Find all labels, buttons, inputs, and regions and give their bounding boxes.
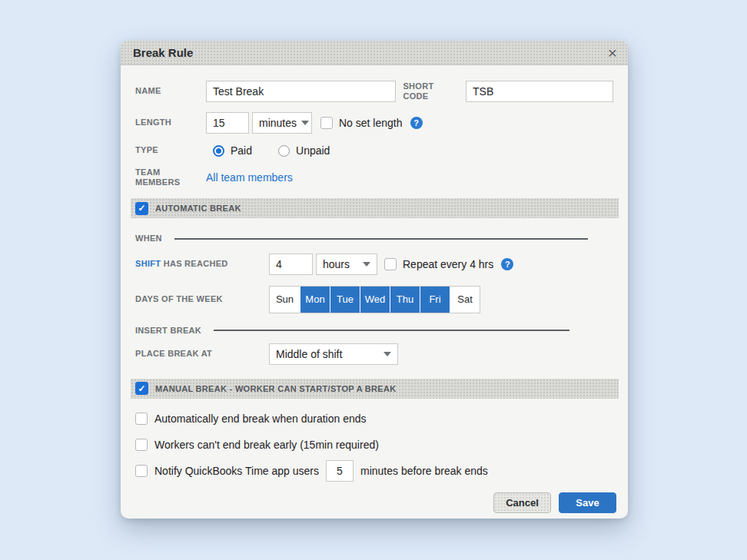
unpaid-radio[interactable] <box>278 145 290 157</box>
no-set-length-checkbox[interactable] <box>320 117 333 129</box>
repeat-checkbox[interactable] <box>384 258 397 270</box>
automatic-break-band: AUTOMATIC BREAK <box>131 198 619 218</box>
name-row: NAME SHORT CODE <box>135 81 613 102</box>
insert-break-divider <box>214 330 569 331</box>
days-of-week-row: DAYS OF THE WEEK Sun Mon Tue Wed Thu Fri… <box>135 286 613 313</box>
shift-label-highlight: SHIFT <box>135 259 161 268</box>
notify-label-prefix: Notify QuickBooks Time app users <box>154 465 319 477</box>
days-of-week-label: DAYS OF THE WEEK <box>135 294 269 304</box>
no-set-length-group: No set length ? <box>320 117 423 129</box>
length-value-input[interactable] <box>206 112 249 134</box>
modal-body: NAME SHORT CODE LENGTH minutes No set le… <box>121 65 628 492</box>
length-unit-select[interactable]: minutes <box>252 112 312 134</box>
chevron-down-icon <box>301 121 309 125</box>
close-icon[interactable]: × <box>608 45 617 61</box>
insert-break-row: INSERT BREAK <box>135 326 613 336</box>
when-row: WHEN <box>135 234 613 244</box>
no-early-end-label: Workers can't end break early (15min req… <box>154 439 379 451</box>
manual-break-label: MANUAL BREAK - WORKER CAN START/STOP A B… <box>155 384 396 393</box>
when-divider <box>174 238 588 240</box>
no-early-end-checkbox[interactable] <box>135 439 148 451</box>
shift-hours-input[interactable] <box>269 253 313 275</box>
shift-unit-value: hours <box>323 258 350 270</box>
name-label: NAME <box>135 86 206 96</box>
help-icon[interactable]: ? <box>501 258 513 270</box>
no-early-end-row: Workers can't end break early (15min req… <box>135 439 613 451</box>
shift-label-rest: HAS REACHED <box>164 259 228 268</box>
type-label: TYPE <box>135 145 206 155</box>
save-button[interactable]: Save <box>559 492 616 513</box>
place-break-at-value: Middle of shift <box>276 348 342 360</box>
day-button-thu[interactable]: Thu <box>390 287 420 313</box>
cancel-button[interactable]: Cancel <box>493 492 551 513</box>
notify-minutes-input[interactable] <box>326 460 354 482</box>
when-label: WHEN <box>135 234 162 244</box>
type-row: TYPE Paid Unpaid <box>135 144 613 157</box>
automatic-break-label: AUTOMATIC BREAK <box>155 204 241 213</box>
all-team-members-link[interactable]: All team members <box>206 171 293 184</box>
unpaid-radio-label: Unpaid <box>296 144 330 157</box>
modal-title: Break Rule <box>133 46 193 59</box>
day-button-sat[interactable]: Sat <box>450 287 480 313</box>
chevron-down-icon <box>363 262 370 267</box>
automatic-break-checkbox[interactable] <box>135 202 148 215</box>
day-button-mon[interactable]: Mon <box>300 287 330 313</box>
break-rule-modal: Break Rule × NAME SHORT CODE LENGTH minu… <box>121 41 628 519</box>
manual-break-checkbox[interactable] <box>135 382 148 395</box>
length-row: LENGTH minutes No set length ? <box>135 112 613 134</box>
shift-has-reached-label: SHIFT HAS REACHED <box>135 259 269 269</box>
paid-radio-label: Paid <box>231 144 252 157</box>
manual-break-band: MANUAL BREAK - WORKER CAN START/STOP A B… <box>131 379 619 399</box>
notify-row: Notify QuickBooks Time app users minutes… <box>135 460 613 482</box>
notify-checkbox[interactable] <box>135 465 148 477</box>
shift-has-reached-row: SHIFT HAS REACHED hours Repeat every 4 h… <box>135 253 613 275</box>
repeat-group: Repeat every 4 hrs ? <box>384 258 513 270</box>
no-set-length-label: No set length <box>339 117 403 129</box>
paid-radio[interactable] <box>213 145 224 157</box>
days-of-week-selector: Sun Mon Tue Wed Thu Fri Sat <box>269 286 480 313</box>
team-members-label: TEAM MEMBERS <box>135 167 206 187</box>
team-members-row: TEAM MEMBERS All team members <box>135 167 613 187</box>
help-icon[interactable]: ? <box>410 117 423 129</box>
insert-break-label: INSERT BREAK <box>135 326 201 336</box>
day-button-fri[interactable]: Fri <box>420 287 450 313</box>
modal-header: Break Rule × <box>121 41 628 65</box>
auto-end-break-row: Automatically end break when duration en… <box>135 413 613 425</box>
length-label: LENGTH <box>135 118 206 128</box>
notify-label-suffix: minutes before break ends <box>360 465 488 477</box>
repeat-label: Repeat every 4 hrs <box>403 258 493 270</box>
place-break-at-select[interactable]: Middle of shift <box>269 343 398 365</box>
shift-unit-select[interactable]: hours <box>316 253 377 275</box>
auto-end-break-checkbox[interactable] <box>135 413 148 425</box>
short-code-input[interactable] <box>466 81 613 102</box>
modal-footer: Cancel Save <box>121 492 628 519</box>
chevron-down-icon <box>383 352 391 356</box>
place-break-at-label: PLACE BREAK AT <box>135 349 269 359</box>
place-break-at-row: PLACE BREAK AT Middle of shift <box>135 343 613 365</box>
short-code-label: SHORT CODE <box>403 81 460 101</box>
name-input[interactable] <box>206 81 396 102</box>
day-button-tue[interactable]: Tue <box>330 287 360 313</box>
auto-end-break-label: Automatically end break when duration en… <box>154 413 367 425</box>
day-button-wed[interactable]: Wed <box>360 287 390 313</box>
day-button-sun[interactable]: Sun <box>270 287 300 313</box>
length-unit-value: minutes <box>259 117 297 129</box>
